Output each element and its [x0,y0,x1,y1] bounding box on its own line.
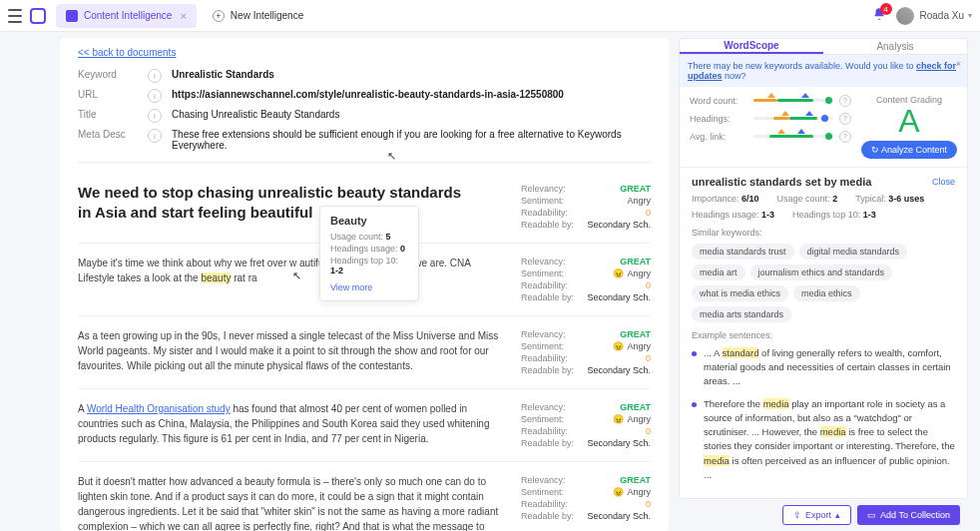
paragraph: But it doesn't matter how advanced a bea… [78,474,521,531]
view-more-link[interactable]: View more [330,282,408,292]
url-value: https://asiannewschannel.com/style/unrea… [172,89,651,103]
tab-label: Content Intelligence [84,10,172,21]
popover-title: Beauty [330,215,408,227]
close-link[interactable]: Close [932,177,955,187]
export-button[interactable]: ⇪ Export ▴ [782,505,851,525]
notification-badge: 4 [880,3,892,15]
help-icon[interactable]: ? [839,95,851,107]
avatar[interactable] [896,7,914,25]
headings-bar [753,117,833,120]
headings-label: Headings: [690,114,747,124]
similar-label: Similar keywords: [692,228,955,238]
content-grade: A [861,105,957,137]
notifications-icon[interactable]: 4 [872,7,886,24]
tag[interactable]: what is media ethics [692,285,788,301]
bookmark-icon: ▭ [867,510,876,520]
example-sentence: Therefore the media play an important ro… [692,397,955,483]
info-icon[interactable]: i [148,129,162,143]
top-bar: Content Intelligence × + New Intelligenc… [0,0,980,32]
info-icon[interactable]: i [148,89,162,103]
chevron-down-icon[interactable]: ▾ [968,11,972,20]
metrics-block: Relevancy:GREAT Sentiment:😠Angry Readabi… [521,474,651,531]
metrics-block: Relevancy:GREAT Sentiment:😠Angry Readabi… [521,328,651,376]
back-link[interactable]: << back to documents [78,47,176,58]
examples-label: Example sentences: [692,330,955,340]
tag[interactable]: media standards trust [692,244,794,260]
metrics-block: Relevancy:GREAT Sentiment:Angry Readabil… [521,183,651,231]
paragraph: As a teen growing up in the 90s, I never… [78,328,521,376]
url-label: URL [78,89,148,103]
keyword-value: Unrealistic Standards [172,69,651,83]
metrics-block: Relevancy:GREAT Sentiment:😠Angry Readabi… [521,401,651,449]
close-icon[interactable]: × [180,10,186,22]
meta-value: These free extensions should be sufficie… [172,129,651,151]
close-icon[interactable]: × [956,59,961,69]
plus-icon: + [213,10,225,22]
user-name: Roada Xu [920,10,964,21]
keyword-title: unrealistic standards set by media [692,176,871,188]
export-icon: ⇪ [793,510,801,520]
tag[interactable]: digital media standards [799,244,908,260]
tag[interactable]: journalism ethics and standards [750,265,893,280]
help-icon[interactable]: ? [839,131,851,143]
menu-icon[interactable] [8,9,22,23]
tab-label: New Intelligence [231,10,303,21]
chevron-up-icon: ▴ [835,510,840,520]
tag[interactable]: media ethics [793,285,860,301]
tab-content-intelligence[interactable]: Content Intelligence × [56,4,197,28]
app-logo[interactable] [30,8,46,24]
paragraph: Maybe it's time we think about why we fr… [78,256,521,303]
wordcount-label: Word count: [690,96,747,106]
tab-icon [66,10,78,22]
add-to-collection-button[interactable]: ▭ Add To Collection [857,505,960,525]
help-icon[interactable]: ? [839,113,851,125]
example-sentence: ... A standard of living generally refer… [692,346,955,389]
avglink-bar [753,135,833,138]
keyword-popover: Beauty Usage count: 5 Headings usage: 0 … [319,206,419,301]
title-label: Title [78,109,148,123]
update-notice: There may be new keywords available. Wou… [680,55,967,87]
tag[interactable]: media arts standards [692,306,791,322]
right-tabs: WordScope Analysis [680,39,967,55]
tag[interactable]: media art [692,265,745,280]
wordcount-bar [753,99,833,102]
meta-label: Meta Desc [78,129,148,151]
tab-new-intelligence[interactable]: + New Intelligence [203,4,313,28]
title-value: Chasing Unrealistic Beauty Standards [172,109,651,123]
avglink-label: Avg. link: [690,132,747,142]
analyze-button[interactable]: Analyze Content [861,141,957,159]
info-icon[interactable]: i [148,69,162,83]
tag-list: media standards trustdigital media stand… [692,244,955,322]
keyword-label: Keyword [78,69,148,83]
paragraph: A World Health Organisation study has fo… [78,401,521,449]
info-icon[interactable]: i [148,109,162,123]
document-panel: << back to documents Keyword i Unrealist… [60,38,669,531]
tab-wordscope[interactable]: WordScope [680,39,823,54]
tab-analysis[interactable]: Analysis [823,39,967,54]
metrics-block: Relevancy:GREAT Sentiment:😠Angry Readabi… [521,256,651,303]
